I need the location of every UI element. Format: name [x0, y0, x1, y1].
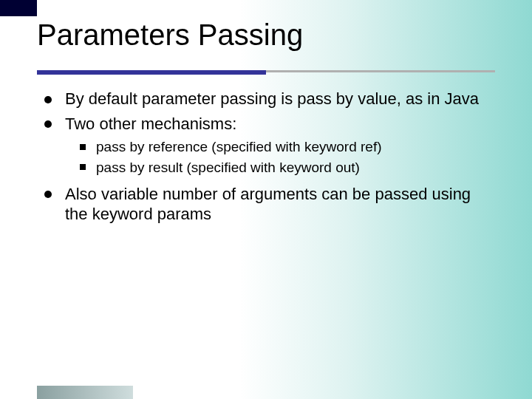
list-item: Two other mechanisms: pass by reference …: [44, 114, 488, 177]
underline-blue: [37, 70, 266, 75]
bullet-text: pass by reference (specified with keywor…: [96, 139, 382, 154]
title-underline: [0, 70, 532, 79]
list-item: Also variable number of arguments can be…: [44, 184, 488, 225]
slide-title: Parameters Passing: [37, 18, 495, 58]
bullet-text: By default parameter passing is pass by …: [65, 89, 479, 108]
list-item: pass by reference (specified with keywor…: [80, 138, 488, 156]
slide-body: By default parameter passing is pass by …: [44, 89, 488, 229]
list-item: By default parameter passing is pass by …: [44, 89, 488, 109]
list-item: pass by result (specified with keyword o…: [80, 159, 488, 177]
bullet-list: By default parameter passing is pass by …: [44, 89, 488, 225]
bullet-text: Two other mechanisms:: [65, 115, 236, 133]
footer-accent-bar: [37, 386, 133, 399]
title-area: Parameters Passing: [37, 18, 495, 58]
bullet-text: Also variable number of arguments can be…: [65, 185, 471, 224]
header-accent-bar: [0, 0, 37, 16]
bullet-text: pass by result (specified with keyword o…: [96, 160, 360, 175]
sub-bullet-list: pass by reference (specified with keywor…: [65, 138, 488, 177]
